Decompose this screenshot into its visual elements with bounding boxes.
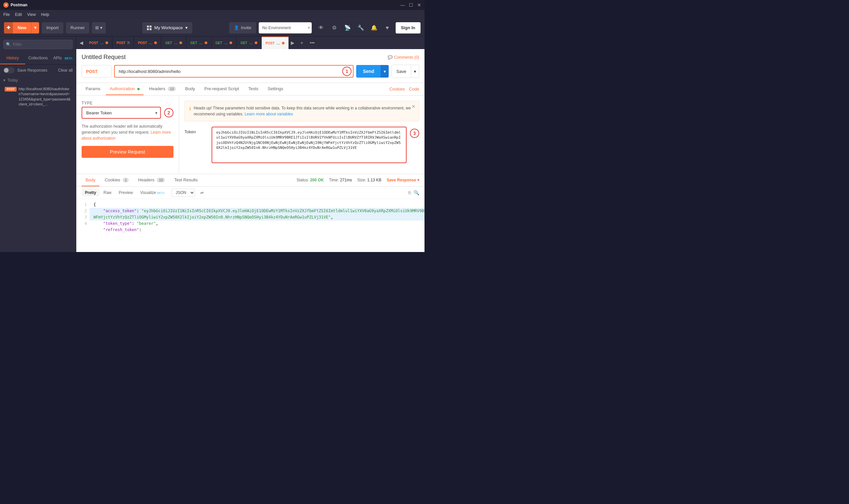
save-responses-toggle[interactable]: [3, 67, 15, 73]
send-button[interactable]: Send: [356, 65, 381, 77]
subtab-prerequest[interactable]: Pre-request Script: [200, 83, 243, 95]
status-value: 200 OK: [310, 178, 324, 182]
request-tab-3[interactable]: GET ...: [161, 36, 186, 49]
learn-more-variables-link[interactable]: Learn more about variables: [245, 112, 293, 116]
menu-help[interactable]: Help: [41, 12, 50, 17]
code-content: 1 2 3 4 { "access_token": "eyJhbGciOiJIU…: [76, 199, 424, 236]
sidebar-tabs: History Collections APIs BETA: [0, 52, 76, 65]
clear-all-button[interactable]: Clear all: [58, 68, 73, 73]
type-select[interactable]: Bearer Token: [82, 107, 161, 119]
heart-icon-btn[interactable]: ♥: [382, 23, 392, 33]
request-tab-0[interactable]: POST ...: [85, 36, 112, 49]
tab-next-btn[interactable]: ▶: [289, 40, 296, 46]
comments-button[interactable]: 💬 Comments (0): [388, 55, 419, 60]
request-tab-6[interactable]: GET ...: [236, 36, 262, 49]
view-visualize-button[interactable]: Visualize BETA: [137, 189, 168, 196]
satellite-icon-btn[interactable]: 📡: [343, 23, 353, 33]
cookies-link[interactable]: Cookies: [389, 87, 405, 91]
resp-tab-testresults[interactable]: Test Results: [170, 174, 202, 186]
tab-more-button[interactable]: •••: [307, 40, 318, 46]
history-item[interactable]: POST http://localhost:8080/oauth/token?u…: [3, 85, 73, 109]
request-tab-1[interactable]: POST h: [112, 36, 134, 49]
wrench-icon-btn[interactable]: 🔧: [356, 23, 366, 33]
tab-label-0: ...: [100, 40, 104, 45]
save-response-button[interactable]: Save Response ▾: [387, 178, 419, 182]
tab-history[interactable]: History: [0, 52, 25, 64]
token-input-area: eyJhbGciOiJIUzI1NiIsInR5cCI6IkpXVCJ9.eyJ…: [212, 127, 419, 163]
new-dropdown-icon[interactable]: ▾: [31, 22, 39, 34]
subtab-body-label: Body: [185, 86, 195, 91]
subtab-prerequest-label: Pre-request Script: [204, 86, 239, 91]
response-tabs-bar: Body Cookies 1 Headers 10 Test Results S…: [76, 174, 424, 187]
resp-tab-body[interactable]: Body: [82, 174, 100, 186]
view-preview-button[interactable]: Preview: [115, 189, 136, 196]
method-select[interactable]: POST: [82, 65, 111, 77]
request-tab-4[interactable]: GET ...: [186, 36, 212, 49]
request-tab-7[interactable]: POST ...: [262, 36, 289, 49]
resp-testresults-label: Test Results: [174, 177, 198, 182]
save-dropdown-button[interactable]: ▾: [411, 65, 419, 77]
menu-file[interactable]: File: [3, 12, 10, 17]
close-btn[interactable]: ✕: [417, 2, 421, 7]
new-button[interactable]: ✚ New ▾: [4, 22, 39, 34]
bell-icon-btn[interactable]: 🔔: [369, 23, 379, 33]
menu-view[interactable]: View: [27, 12, 36, 17]
signin-button[interactable]: Sign In: [396, 22, 420, 34]
copy-code-button[interactable]: ⎘: [408, 190, 411, 195]
token-input[interactable]: eyJhbGciOiJIUzI1NiIsInR5cCI6IkpXVCJ9.eyJ…: [212, 127, 407, 163]
auth-content: TYPE Bearer Token ▾ 2 The authorization …: [76, 95, 424, 174]
view-raw-button[interactable]: Raw: [100, 189, 115, 196]
resp-tab-headers[interactable]: Headers 10: [134, 174, 169, 186]
request-title: Untitled Request: [82, 54, 126, 61]
tab-apis[interactable]: APIs BETA: [51, 52, 76, 64]
workspace-chevron: ▾: [185, 25, 188, 30]
url-input[interactable]: [114, 65, 354, 77]
request-subtabs: Params Authorization Headers 10 Body Pre…: [76, 83, 424, 95]
preview-request-button[interactable]: Preview Request: [82, 146, 174, 158]
subtab-authorization[interactable]: Authorization: [106, 83, 144, 95]
environment-selector-wrap: No Environment ▾: [259, 22, 310, 34]
environment-select[interactable]: No Environment: [259, 22, 312, 34]
tab-collections[interactable]: Collections: [25, 52, 50, 64]
layout-button[interactable]: ⊞ ▾: [92, 22, 106, 34]
send-dropdown-button[interactable]: ▾: [381, 65, 389, 77]
search-input[interactable]: [3, 40, 73, 49]
import-button[interactable]: Import: [42, 22, 64, 34]
resp-tab-cookies[interactable]: Cookies 1: [101, 174, 133, 186]
maximize-btn[interactable]: ☐: [409, 2, 413, 7]
subtab-headers[interactable]: Headers 10: [145, 83, 180, 95]
tab-prev-btn[interactable]: ◀: [78, 40, 85, 46]
wrap-button[interactable]: ⇌: [197, 189, 207, 196]
invite-button[interactable]: 👤 Invite: [229, 22, 256, 34]
code-lines: { "access_token": "eyJhbGciOiJIUzI1NiIsI…: [90, 199, 424, 236]
window-controls[interactable]: — ☐ ✕: [400, 2, 421, 7]
eye-icon-btn[interactable]: 👁: [316, 23, 326, 33]
resp-cookies-label: Cookies: [105, 177, 120, 182]
today-label: ▾ Today: [3, 78, 73, 83]
workspace-button[interactable]: My Workspace ▾: [142, 22, 192, 34]
info-banner-close-button[interactable]: ✕: [412, 104, 416, 109]
tab-method-5: GET: [216, 41, 222, 45]
menu-edit[interactable]: Edit: [15, 12, 22, 17]
tab-method-0: POST: [89, 41, 98, 45]
workspace-label: My Workspace: [154, 25, 183, 30]
subtab-body[interactable]: Body: [181, 83, 199, 95]
request-tab-5[interactable]: GET ...: [212, 36, 237, 49]
code-link[interactable]: Code: [409, 87, 419, 91]
request-tab-2[interactable]: POST ...: [134, 36, 161, 49]
runner-button[interactable]: Runner: [66, 22, 90, 34]
tab-add-button[interactable]: ＋: [296, 39, 307, 47]
format-select[interactable]: JSON: [171, 189, 195, 197]
search-code-button[interactable]: 🔍: [414, 190, 419, 195]
logo-icon: ✦: [3, 2, 8, 7]
save-btn-group: Save ▾: [391, 65, 419, 78]
save-toggle-wrap: Save Responses: [3, 67, 48, 73]
minimize-btn[interactable]: —: [400, 2, 405, 7]
code-tools-right: ⎘ 🔍: [408, 190, 419, 195]
view-pretty-button[interactable]: Pretty: [82, 189, 100, 196]
subtab-params[interactable]: Params: [82, 83, 105, 95]
settings-icon-btn[interactable]: ⚙: [329, 23, 339, 33]
save-button[interactable]: Save: [392, 65, 411, 77]
subtab-settings[interactable]: Settings: [264, 83, 287, 95]
subtab-tests[interactable]: Tests: [245, 83, 262, 95]
